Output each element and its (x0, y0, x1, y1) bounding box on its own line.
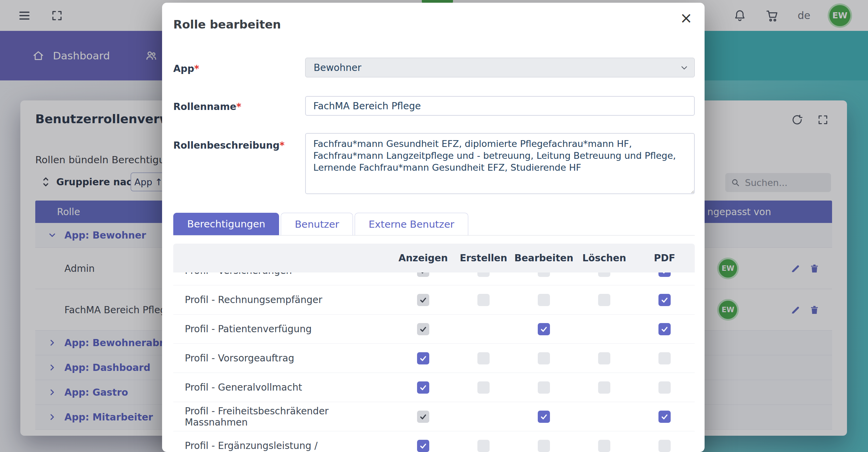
permissions-table-body: Profil - VersicherungenProfil - Rechnung… (173, 272, 695, 452)
permission-row: Profil - Rechnungsempfänger (173, 285, 695, 315)
permission-cell (634, 352, 695, 364)
permission-cell (514, 381, 574, 394)
close-icon[interactable]: × (678, 10, 694, 26)
checkbox-checked[interactable] (658, 272, 671, 277)
rolename-field-label: Rollenname* (173, 101, 241, 112)
permission-cell (634, 381, 695, 394)
checkbox-disabled (477, 381, 490, 394)
permission-cell (393, 352, 453, 364)
checkbox-disabled (477, 352, 490, 364)
permission-cell (453, 381, 514, 394)
permissions-table-header: AnzeigenErstellenBearbeitenLöschenPDF (173, 244, 695, 272)
checkbox-disabled (658, 440, 671, 452)
perm-column-erstellen: Erstellen (453, 252, 514, 264)
permission-row-label: Profil - Freiheitsbeschräkender Massnahm… (173, 406, 393, 428)
permission-cell (634, 440, 695, 452)
permission-cell (453, 440, 514, 452)
checkbox-checked-disabled (417, 323, 429, 335)
checkbox-checked[interactable] (538, 323, 550, 335)
required-asterisk: * (280, 140, 285, 151)
permission-row-label: Profil - Generalvollmacht (173, 382, 393, 393)
permission-cell (634, 411, 695, 423)
permission-row-label: Profil - Versicherungen (173, 272, 393, 276)
permission-cell (393, 411, 453, 423)
checkbox-checked[interactable] (658, 294, 671, 306)
permission-cell (393, 272, 453, 277)
permission-cell (393, 381, 453, 394)
checkbox-checked-disabled (417, 272, 429, 277)
checkbox-disabled (658, 352, 671, 364)
checkbox-disabled (538, 440, 550, 452)
permission-cell (574, 381, 634, 394)
permissions-table-viewport[interactable]: Profil - VersicherungenProfil - Rechnung… (173, 272, 695, 452)
permission-cell (453, 272, 514, 277)
permission-cell (393, 323, 453, 335)
permission-row: Profil - Ergänzungsleistung / (173, 431, 695, 452)
checkbox-checked[interactable] (538, 411, 550, 423)
permission-cell (514, 272, 574, 277)
permission-cell (393, 440, 453, 452)
checkbox-disabled (598, 440, 610, 452)
chevron-down-icon (679, 63, 689, 75)
checkbox-disabled (538, 352, 550, 364)
checkbox-disabled (477, 294, 490, 306)
checkbox-disabled (598, 352, 610, 364)
rolename-input[interactable] (305, 96, 695, 116)
checkbox-disabled (658, 381, 671, 394)
checkbox-disabled (598, 381, 610, 394)
tab-berechtigungen[interactable]: Berechtigungen (173, 213, 279, 235)
permission-row-label: Profil - Patientenverfügung (173, 323, 393, 335)
permission-row-label: Profil - Ergänzungsleistung / (173, 440, 393, 451)
checkbox-checked[interactable] (417, 352, 429, 364)
permission-cell (574, 440, 634, 452)
permission-row: Profil - Generalvollmacht (173, 373, 695, 402)
permission-cell (634, 323, 695, 335)
perm-column-bearbeiten: Bearbeiten (514, 252, 574, 264)
perm-column-anzeigen: Anzeigen (393, 252, 453, 264)
perm-column-pdf: PDF (634, 252, 695, 264)
checkbox-checked-disabled (417, 294, 429, 306)
permission-row-label: Profil - Vorsorgeauftrag (173, 353, 393, 364)
permission-cell (514, 352, 574, 364)
permission-cell (634, 294, 695, 306)
permission-cell (574, 272, 634, 277)
app-select-value: Bewohner (314, 62, 361, 73)
permission-cell (514, 323, 574, 335)
permission-cell (453, 352, 514, 364)
app-select[interactable]: Bewohner (305, 58, 695, 77)
checkbox-disabled (538, 272, 550, 277)
required-asterisk: * (236, 101, 241, 112)
modal-tabs: Berechtigungen Benutzer Externe Benutzer (173, 212, 695, 236)
checkbox-checked[interactable] (658, 323, 671, 335)
checkbox-checked[interactable] (417, 381, 429, 394)
permission-cell (634, 272, 695, 277)
permission-row-label: Profil - Rechnungsempfänger (173, 294, 393, 305)
permission-cell (514, 294, 574, 306)
screen: de EW Dashboard Mitarbe Benutzerrollenve… (0, 0, 868, 452)
app-field-label: App* (173, 63, 199, 74)
permission-cell (453, 294, 514, 306)
perm-column-löschen: Löschen (574, 252, 634, 264)
description-textarea[interactable] (305, 133, 695, 194)
checkbox-checked[interactable] (658, 411, 671, 423)
permission-cell (393, 294, 453, 306)
tab-benutzer[interactable]: Benutzer (281, 213, 353, 235)
checkbox-checked-disabled (417, 411, 429, 423)
checkbox-disabled (477, 440, 490, 452)
edit-role-modal: Rolle bearbeiten × App* Bewohner Rollenn… (162, 3, 705, 452)
permission-cell (514, 440, 574, 452)
description-field-label: Rollenbeschreibung* (173, 140, 284, 151)
tab-externe-benutzer[interactable]: Externe Benutzer (355, 213, 468, 235)
required-asterisk: * (194, 63, 199, 74)
checkbox-disabled (477, 272, 490, 277)
checkbox-disabled (598, 294, 610, 306)
permission-row: Profil - Patientenverfügung (173, 315, 695, 344)
checkbox-disabled (538, 294, 550, 306)
checkbox-checked[interactable] (417, 440, 429, 452)
permission-cell (574, 352, 634, 364)
permission-row: Profil - Vorsorgeauftrag (173, 344, 695, 373)
permission-row: Profil - Versicherungen (173, 272, 695, 285)
permission-cell (514, 411, 574, 423)
modal-title: Rolle bearbeiten (173, 18, 281, 31)
permission-row: Profil - Freiheitsbeschräkender Massnahm… (173, 402, 695, 431)
